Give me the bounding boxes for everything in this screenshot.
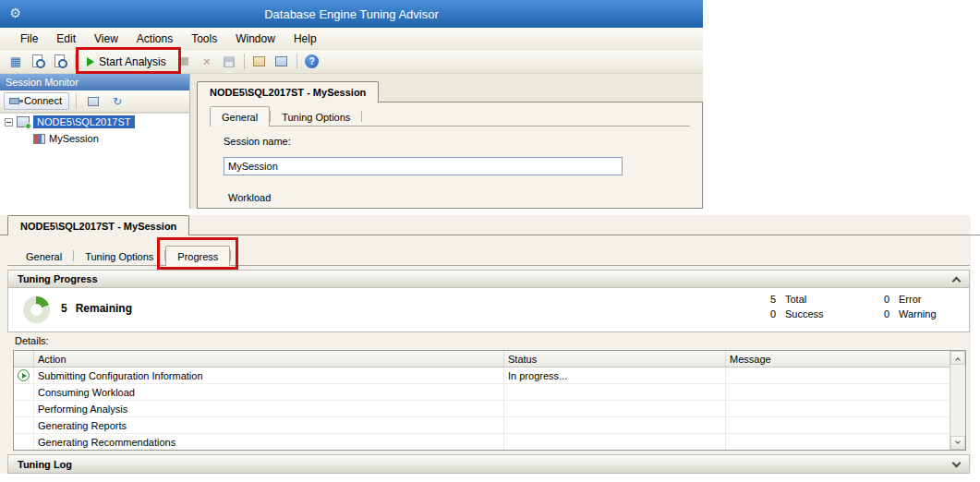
table-row[interactable]: Performing Analysis (14, 401, 950, 417)
stat-error-value: 0 (875, 294, 889, 305)
stat-warning-label: Warning (899, 308, 937, 319)
details-label: Details: (15, 335, 49, 346)
cell-status (504, 417, 726, 433)
highlight-box-progress-tab (157, 237, 238, 270)
tuning-progress-section-header[interactable]: Tuning Progress (7, 270, 970, 288)
tab-separator (361, 111, 362, 122)
menu-item-help[interactable]: Help (284, 29, 326, 49)
save-button[interactable] (219, 52, 239, 72)
document-tab-session[interactable]: NODE5\SQL2017ST - MySession (197, 81, 379, 102)
toolbar-separator (244, 54, 245, 69)
tab-tuning-options[interactable]: Tuning Options (271, 108, 361, 126)
stat-warning: 0 Warning (875, 308, 937, 319)
cell-message (726, 434, 950, 450)
stop-analysis-icon (180, 57, 188, 66)
view-session-button[interactable] (50, 52, 70, 72)
tab-general[interactable]: General (15, 247, 73, 265)
scroll-up-button[interactable] (950, 351, 965, 365)
document-tab-session[interactable]: NODE5\SQL2017ST - MySession (7, 215, 189, 235)
highlight-box-start-analysis (76, 47, 181, 74)
menu-item-edit[interactable]: Edit (47, 29, 85, 49)
menu-item-actions[interactable]: Actions (127, 29, 182, 49)
close-session-button[interactable]: × (197, 52, 217, 72)
cell-action: Consuming Workload (34, 384, 504, 400)
table-header-row: Action Status Message (14, 351, 950, 368)
row-icon-cell (14, 434, 34, 450)
new-session-button[interactable]: ▦ (6, 52, 26, 72)
open-session-button[interactable] (28, 52, 48, 72)
session-tree: NODE5\SQL2017ST MySession (0, 113, 188, 209)
table-row[interactable]: Generating Recommendations (14, 434, 950, 451)
workload-label: Workload (228, 192, 271, 203)
chevron-down-icon (955, 439, 961, 444)
toolbar-separator (296, 54, 297, 69)
tree-node-session[interactable]: MySession (0, 130, 188, 147)
tab-tuning-options[interactable]: Tuning Options (74, 247, 164, 265)
tuning-log-title: Tuning Log (18, 459, 72, 470)
session-monitor-panel: Session Monitor Connect ↻ NODE5\SQL2017S… (0, 74, 190, 209)
stat-total-value: 5 (761, 294, 776, 305)
import-workload-icon (253, 56, 265, 66)
cell-action: Generating Recommendations (34, 434, 504, 450)
column-header-action[interactable]: Action (34, 351, 504, 367)
scroll-down-button[interactable] (950, 436, 965, 450)
tuning-options-button[interactable] (272, 52, 292, 72)
help-button[interactable] (302, 52, 322, 72)
menu-item-window[interactable]: Window (226, 29, 284, 49)
connect-button[interactable]: Connect (4, 92, 69, 110)
editor-tab-strip: General Tuning Options (210, 107, 690, 127)
row-icon-cell (14, 368, 34, 383)
stat-warning-value: 0 (875, 308, 889, 319)
session-node-label: MySession (49, 133, 99, 144)
refresh-icon: ↻ (113, 96, 122, 107)
import-workload-button[interactable] (249, 52, 270, 72)
refresh-button[interactable]: ↻ (107, 91, 127, 112)
close-icon: × (203, 55, 211, 67)
column-header-icon (14, 351, 34, 367)
chevron-up-icon (955, 357, 961, 363)
expand-chevron-icon[interactable] (952, 458, 962, 467)
cell-status (504, 434, 726, 450)
menu-item-tools[interactable]: Tools (182, 29, 226, 49)
menu-item-file[interactable]: File (11, 29, 47, 49)
tuning-options-icon (275, 56, 287, 66)
session-monitor-title: Session Monitor (6, 77, 79, 88)
new-session-icon: ▦ (10, 55, 21, 67)
stats-column-left: 5 Total 0 Success (761, 294, 824, 319)
document-tab-label: NODE5\SQL2017ST - MySession (210, 87, 366, 98)
remaining-value: 5 (61, 302, 67, 315)
tuning-log-section-header[interactable]: Tuning Log (7, 454, 970, 474)
menu-item-view[interactable]: View (85, 29, 127, 49)
tab-general[interactable]: General (210, 106, 270, 127)
collapse-expander-icon[interactable] (5, 118, 13, 127)
cell-message (726, 384, 950, 400)
server-options-button[interactable] (83, 91, 103, 112)
in-progress-icon (18, 369, 30, 381)
cell-status: In progress... (504, 368, 726, 383)
table-row[interactable]: Consuming Workload (14, 384, 950, 401)
cell-message (726, 368, 950, 383)
stat-success-label: Success (785, 308, 824, 319)
stats-column-right: 0 Error 0 Warning (875, 294, 937, 319)
cell-action: Performing Analysis (34, 401, 504, 416)
column-header-status[interactable]: Status (504, 351, 726, 367)
column-header-message[interactable]: Message (726, 351, 950, 367)
row-icon-cell (14, 384, 34, 400)
session-name-input[interactable] (224, 157, 623, 175)
view-session-icon (54, 54, 67, 68)
window-title: Database Engine Tuning Advisor (0, 7, 703, 21)
cell-status (504, 401, 726, 416)
tree-node-server[interactable]: NODE5\SQL2017ST (0, 114, 188, 130)
stat-success-value: 0 (761, 308, 776, 319)
table-row[interactable]: Submitting Configuration Information In … (14, 368, 950, 384)
save-icon (224, 56, 235, 67)
stat-total-label: Total (785, 294, 806, 305)
table-row[interactable]: Generating Reports (14, 417, 950, 434)
collapse-chevron-icon[interactable] (952, 276, 962, 285)
session-monitor-header: Session Monitor (0, 74, 189, 90)
stat-error: 0 Error (875, 294, 937, 305)
stat-total: 5 Total (761, 294, 824, 305)
cell-action: Generating Reports (34, 417, 504, 433)
server-icon (17, 116, 30, 127)
table-scrollbar[interactable] (950, 351, 965, 450)
